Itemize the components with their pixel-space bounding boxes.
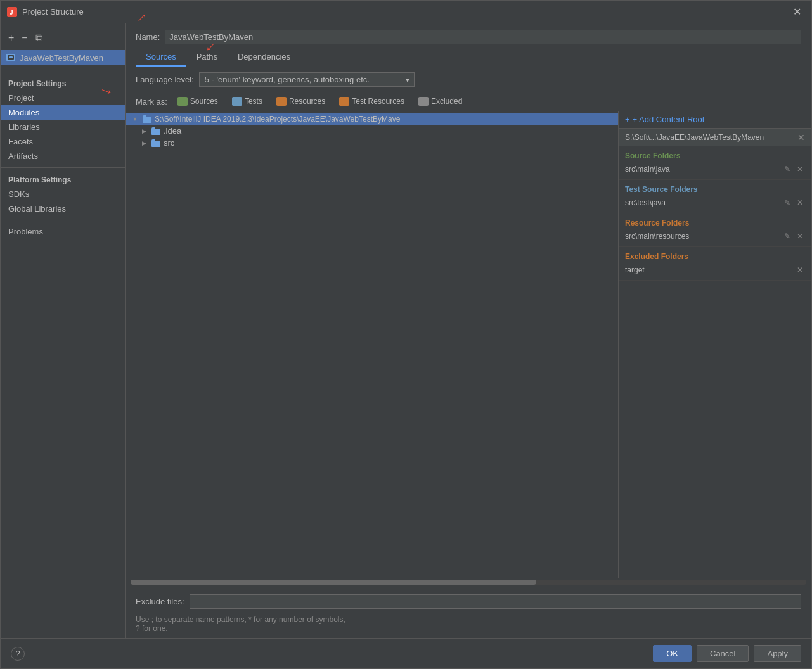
excluded-folder-remove-button-0[interactable]: ✕ bbox=[795, 265, 805, 275]
sidebar: + − ⧉ JavaWebTestByMaven Project Setting… bbox=[1, 23, 126, 638]
tab-paths[interactable]: Paths bbox=[186, 48, 228, 67]
main-content: Name: Sources Paths Dependencies Languag… bbox=[126, 23, 811, 638]
source-folder-edit-button-0[interactable]: ✎ bbox=[782, 164, 792, 174]
sidebar-item-sdks[interactable]: SDKs bbox=[1, 187, 125, 201]
tree-root-row[interactable]: ▼ S:\Soft\IntelliJ IDEA 2019.2.3\IdeaPro… bbox=[126, 113, 618, 125]
sidebar-item-problems[interactable]: Problems bbox=[1, 224, 125, 239]
name-input[interactable] bbox=[165, 30, 801, 44]
module-icon bbox=[6, 53, 16, 63]
sidebar-item-libraries[interactable]: Libraries bbox=[1, 120, 125, 134]
tree-src-toggle[interactable]: ▶ bbox=[139, 139, 148, 148]
tree-idea-row[interactable]: ▶ .idea bbox=[126, 125, 618, 137]
test-source-folders-section: Test Source Folders src\test\java ✎ ✕ bbox=[619, 180, 811, 213]
source-folders-section: Source Folders src\main\java ✎ ✕ bbox=[619, 146, 811, 180]
add-content-root-icon: + bbox=[625, 115, 630, 124]
dialog-footer: ? OK Cancel Apply bbox=[1, 638, 811, 668]
root-folder-icon bbox=[142, 115, 152, 124]
apply-button[interactable]: Apply bbox=[754, 645, 801, 662]
src-folder-icon bbox=[151, 139, 161, 148]
source-folder-actions-0: ✎ ✕ bbox=[782, 164, 805, 174]
excluded-folders-title: Excluded Folders bbox=[625, 252, 805, 261]
tab-sources[interactable]: Sources bbox=[136, 48, 186, 67]
excluded-color-icon bbox=[418, 97, 429, 106]
tree-root-label: S:\Soft\IntelliJ IDEA 2019.2.3\IdeaProje… bbox=[155, 115, 400, 124]
module-item-javawebtest[interactable]: JavaWebTestByMaven bbox=[1, 50, 125, 65]
test-folder-actions-0: ✎ ✕ bbox=[782, 198, 805, 208]
exclude-files-hint: Use ; to separate name patterns, * for a… bbox=[126, 614, 811, 638]
mark-test-resources-button[interactable]: Test Resources bbox=[335, 96, 408, 107]
content-area: ▼ S:\Soft\IntelliJ IDEA 2019.2.3\IdeaPro… bbox=[126, 111, 811, 578]
resources-color-icon bbox=[276, 97, 287, 106]
resource-folder-path-0: src\main\resources bbox=[625, 232, 782, 241]
name-label: Name: bbox=[136, 32, 160, 42]
idea-folder-icon bbox=[151, 127, 161, 136]
mark-excluded-button[interactable]: Excluded bbox=[415, 96, 466, 107]
resource-folders-section: Resource Folders src\main\resources ✎ ✕ bbox=[619, 213, 811, 247]
title-bar-text: Project Structure bbox=[22, 7, 789, 16]
language-level-wrapper: 5 - 'enum' keyword, generics, autoboxing… bbox=[199, 72, 415, 87]
tabs-bar: Sources Paths Dependencies bbox=[126, 48, 811, 67]
sources-color-icon bbox=[177, 97, 188, 106]
tab-dependencies[interactable]: Dependencies bbox=[228, 48, 300, 67]
sidebar-toolbar: + − ⧉ bbox=[1, 29, 125, 50]
exclude-files-input[interactable] bbox=[190, 594, 801, 609]
mark-tests-button[interactable]: Tests bbox=[228, 96, 266, 107]
tree-src-row[interactable]: ▶ src bbox=[126, 137, 618, 149]
idea-folder-label: .idea bbox=[164, 126, 181, 136]
cancel-button[interactable]: Cancel bbox=[697, 645, 749, 662]
test-source-folders-title: Test Source Folders bbox=[625, 185, 805, 194]
mark-resources-button[interactable]: Resources bbox=[273, 96, 329, 107]
ok-button[interactable]: OK bbox=[653, 645, 692, 662]
svg-rect-4 bbox=[9, 56, 13, 58]
resource-folders-title: Resource Folders bbox=[625, 219, 805, 227]
exclude-files-row: Exclude files: bbox=[126, 589, 811, 614]
scrollbar-area[interactable] bbox=[126, 578, 811, 589]
sidebar-item-modules[interactable]: Modules bbox=[1, 105, 125, 120]
resource-folder-remove-button-0[interactable]: ✕ bbox=[795, 231, 805, 241]
panel-path-header: S:\Soft\...\JavaEE\JavaWebTestByMaven ✕ bbox=[619, 129, 811, 146]
sidebar-item-artifacts[interactable]: Artifacts bbox=[1, 149, 125, 163]
excluded-folder-actions-0: ✕ bbox=[795, 265, 805, 275]
mark-sources-button[interactable]: Sources bbox=[174, 96, 222, 107]
test-resources-color-icon bbox=[339, 97, 349, 106]
sidebar-item-project[interactable]: Project bbox=[1, 91, 125, 105]
footer-left: ? bbox=[11, 647, 25, 661]
content-root-header: + + Add Content Root bbox=[619, 111, 811, 129]
content-root-panel: + + Add Content Root S:\Soft\...\JavaEE\… bbox=[618, 111, 811, 578]
panel-path-text: S:\Soft\...\JavaEE\JavaWebTestByMaven bbox=[625, 133, 764, 142]
exclude-files-label: Exclude files: bbox=[136, 597, 184, 606]
add-module-button[interactable]: + bbox=[6, 31, 16, 45]
test-folder-edit-button-0[interactable]: ✎ bbox=[782, 198, 792, 208]
panel-close-button[interactable]: ✕ bbox=[797, 132, 805, 143]
resource-folder-row-0: src\main\resources ✎ ✕ bbox=[625, 230, 805, 243]
copy-module-button[interactable]: ⧉ bbox=[33, 31, 45, 45]
resource-folder-edit-button-0[interactable]: ✎ bbox=[782, 231, 792, 241]
excluded-folder-row-0: target ✕ bbox=[625, 264, 805, 276]
sidebar-divider-2 bbox=[1, 220, 125, 220]
mark-as-row: Mark as: Sources Tests Resources Test Re… bbox=[126, 92, 811, 111]
app-icon: J bbox=[7, 7, 17, 17]
excluded-folders-section: Excluded Folders target ✕ bbox=[619, 247, 811, 281]
test-folder-remove-button-0[interactable]: ✕ bbox=[795, 198, 805, 208]
language-level-label: Language level: bbox=[136, 75, 194, 84]
tree-root-toggle[interactable]: ▼ bbox=[131, 115, 139, 124]
close-button[interactable]: ✕ bbox=[789, 4, 805, 19]
name-row: Name: bbox=[126, 23, 811, 48]
mark-as-label: Mark as: bbox=[136, 97, 167, 106]
add-content-root-button[interactable]: + + Add Content Root bbox=[625, 115, 704, 124]
file-tree[interactable]: ▼ S:\Soft\IntelliJ IDEA 2019.2.3\IdeaPro… bbox=[126, 111, 618, 578]
svg-text:J: J bbox=[10, 9, 13, 16]
source-folder-remove-button-0[interactable]: ✕ bbox=[795, 164, 805, 174]
tree-idea-toggle[interactable]: ▶ bbox=[139, 127, 148, 136]
module-item-label: JavaWebTestByMaven bbox=[20, 53, 103, 63]
remove-module-button[interactable]: − bbox=[19, 31, 30, 45]
title-bar: J Project Structure ✕ bbox=[1, 1, 811, 23]
source-folder-path-0: src\main\java bbox=[625, 165, 782, 174]
sidebar-item-facets[interactable]: Facets bbox=[1, 134, 125, 149]
dialog-body: + − ⧉ JavaWebTestByMaven Project Setting… bbox=[1, 23, 811, 638]
language-level-select[interactable]: 5 - 'enum' keyword, generics, autoboxing… bbox=[199, 72, 415, 87]
sidebar-divider bbox=[1, 167, 125, 168]
help-button[interactable]: ? bbox=[11, 647, 25, 661]
sidebar-item-global-libraries[interactable]: Global Libraries bbox=[1, 201, 125, 216]
test-folder-row-0: src\test\java ✎ ✕ bbox=[625, 196, 805, 209]
